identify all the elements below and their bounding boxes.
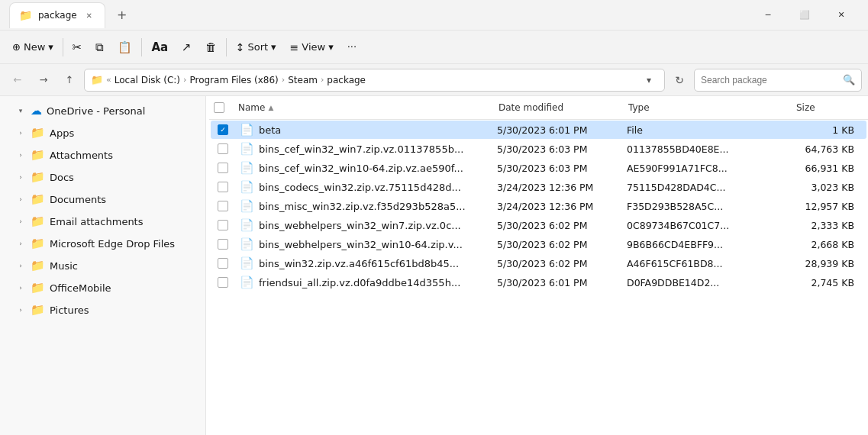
file-name-text: bins_codecs_win32.zip.vz.75115d428d... <box>259 182 461 193</box>
col-header-name[interactable]: Name ▲ <box>234 101 494 114</box>
breadcrumb-steam[interactable]: Steam <box>288 75 318 85</box>
file-row[interactable]: 📄bins_codecs_win32.zip.vz.75115d428d...3… <box>211 178 866 196</box>
file-checkbox[interactable] <box>211 258 235 269</box>
file-type: 0C89734B67C01C7... <box>622 220 790 231</box>
checkbox[interactable] <box>218 239 228 250</box>
paste-button[interactable]: 📋 <box>111 37 138 58</box>
sidebar-item-apps[interactable]: › 📁 Apps <box>3 122 202 143</box>
paste-icon: 📋 <box>118 40 132 54</box>
checkbox[interactable] <box>218 220 228 230</box>
folder-icon-microsoft-edge: 📁 <box>31 237 45 250</box>
forward-button[interactable]: → <box>32 69 55 92</box>
active-tab[interactable]: 📁 package ✕ <box>9 2 105 28</box>
rename-button[interactable]: Aa <box>145 37 174 58</box>
breadcrumb-bar[interactable]: 📁 « Local Disk (C:) › Program Files (x86… <box>84 69 665 92</box>
file-size: 1 KB <box>790 124 866 136</box>
breadcrumb-package[interactable]: package <box>327 75 366 85</box>
view-button[interactable]: ≡ View ▾ <box>284 37 340 57</box>
refresh-button[interactable]: ↻ <box>668 69 691 92</box>
file-checkbox[interactable] <box>211 220 235 230</box>
file-type-icon: 📄 <box>240 276 254 289</box>
col-header-type[interactable]: Type <box>624 101 792 114</box>
close-button[interactable]: ✕ <box>824 3 859 27</box>
checkbox[interactable] <box>218 201 228 211</box>
file-row[interactable]: 📄bins_misc_win32.zip.vz.f35d293b528a5...… <box>211 197 866 215</box>
breadcrumb-local-disk[interactable]: Local Disk (C:) <box>115 75 180 85</box>
breadcrumb-dropdown-button[interactable]: ▾ <box>640 71 658 89</box>
checkbox[interactable] <box>218 163 228 173</box>
file-row[interactable]: ✓📄beta5/30/2023 6:01 PMFile1 KB <box>211 121 866 139</box>
sidebar-item-attachments[interactable]: › 📁 Attachments <box>3 144 202 166</box>
checkbox[interactable]: ✓ <box>218 124 228 135</box>
checkbox[interactable] <box>218 182 228 192</box>
sidebar-item-email-attachments[interactable]: › 📁 Email attachments <box>3 211 202 232</box>
checkbox[interactable] <box>218 258 228 269</box>
file-row[interactable]: 📄bins_webhelpers_win32_win10-64.zip.v...… <box>211 235 866 253</box>
sidebar-item-microsoft-edge[interactable]: › 📁 Microsoft Edge Drop Files <box>3 233 202 254</box>
search-input[interactable] <box>701 75 840 85</box>
search-icon[interactable]: 🔍 <box>843 74 855 85</box>
share-button[interactable]: ↗ <box>176 37 198 58</box>
sidebar-item-docs[interactable]: › 📁 Docs <box>3 166 202 188</box>
file-checkbox[interactable]: ✓ <box>211 124 235 135</box>
file-checkbox[interactable] <box>211 163 235 173</box>
copy-button[interactable]: ⧉ <box>89 37 110 58</box>
share-icon: ↗ <box>182 40 192 54</box>
checkbox[interactable] <box>218 277 228 288</box>
file-checkbox[interactable] <box>211 143 235 154</box>
delete-button[interactable]: 🗑 <box>199 37 223 58</box>
file-name-text: beta <box>259 124 281 136</box>
col-header-size[interactable]: Size <box>792 101 868 114</box>
checkbox[interactable] <box>218 143 228 154</box>
sidebar: ▾ ☁ OneDrive - Personal › 📁 Apps › 📁 Att… <box>0 96 206 435</box>
file-checkbox[interactable] <box>211 239 235 250</box>
col-header-checkbox[interactable] <box>209 101 234 114</box>
file-row[interactable]: 📄bins_webhelpers_win32_win7.zip.vz.0c...… <box>211 216 866 234</box>
file-row[interactable]: 📄bins_cef_win32_win10-64.zip.vz.ae590f..… <box>211 159 866 177</box>
col-size-label: Size <box>796 102 815 113</box>
folder-icon-documents: 📁 <box>31 192 45 206</box>
sidebar-item-onedrive[interactable]: ▾ ☁ OneDrive - Personal <box>3 100 202 121</box>
col-date-label: Date modified <box>499 102 563 113</box>
file-checkbox[interactable] <box>211 182 235 192</box>
sidebar-item-documents[interactable]: › 📁 Documents <box>3 188 202 210</box>
minimize-button[interactable]: ─ <box>750 3 786 27</box>
file-checkbox[interactable] <box>211 201 235 211</box>
sidebar-item-pictures[interactable]: › 📁 Pictures <box>3 299 202 321</box>
breadcrumb-folder-icon: 📁 <box>91 74 103 85</box>
file-row[interactable]: 📄friendsui_all.zip.vz.d0fa9ddbe14d355h..… <box>211 273 866 292</box>
file-name-text: bins_win32.zip.vz.a46f615cf61bd8b45... <box>259 258 459 269</box>
file-date: 5/30/2023 6:01 PM <box>492 124 622 136</box>
back-button[interactable]: ← <box>6 69 29 92</box>
sidebar-item-music[interactable]: › 📁 Music <box>3 255 202 276</box>
more-button[interactable]: ··· <box>341 37 363 56</box>
sidebar-label-pictures: Pictures <box>50 304 89 316</box>
file-type-icon: 📄 <box>240 218 254 232</box>
cut-button[interactable]: ✂ <box>66 37 89 58</box>
file-checkbox[interactable] <box>211 277 235 288</box>
col-header-date[interactable]: Date modified <box>494 101 624 114</box>
file-list-header: Name ▲ Date modified Type Size <box>209 96 868 120</box>
sort-button[interactable]: ↕ Sort ▾ <box>230 37 282 57</box>
file-type: 01137855BD40E8E... <box>622 143 790 155</box>
new-icon: ⊕ <box>12 41 21 53</box>
delete-icon: 🗑 <box>205 40 217 54</box>
copy-icon: ⧉ <box>95 40 104 54</box>
maximize-button[interactable]: ⬜ <box>787 3 822 27</box>
file-size: 66,931 KB <box>790 163 866 174</box>
file-row[interactable]: 📄bins_win32.zip.vz.a46f615cf61bd8b45...5… <box>211 254 866 272</box>
file-row[interactable]: 📄bins_cef_win32_win7.zip.vz.01137855b...… <box>211 140 866 158</box>
file-date: 5/30/2023 6:02 PM <box>492 220 622 231</box>
file-type: D0FA9DDBE14D2... <box>622 277 790 288</box>
sidebar-item-officemobile[interactable]: › 📁 OfficeMobile <box>3 277 202 298</box>
select-all-checkbox[interactable] <box>214 102 224 113</box>
tab-close-button[interactable]: ✕ <box>83 9 95 21</box>
col-sort-icon: ▲ <box>268 104 273 111</box>
file-type-icon: 📄 <box>240 123 254 137</box>
new-tab-button[interactable]: + <box>111 5 133 26</box>
new-button[interactable]: ⊕ New ▾ <box>6 37 60 56</box>
up-button[interactable]: ↑ <box>58 69 81 92</box>
search-bar[interactable]: 🔍 <box>694 69 862 92</box>
breadcrumb-program-files[interactable]: Program Files (x86) <box>189 75 278 85</box>
separator-2 <box>141 38 142 56</box>
